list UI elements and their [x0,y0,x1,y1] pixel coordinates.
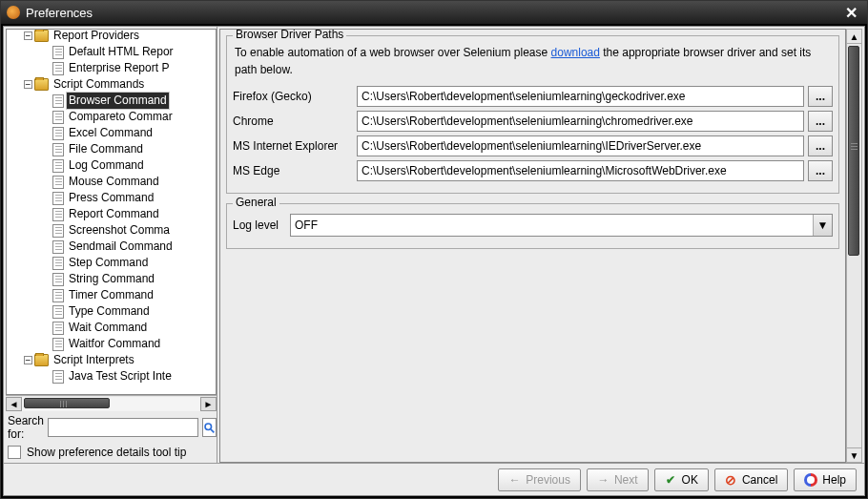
next-button[interactable]: Next [587,468,649,491]
tree-item[interactable]: String Command [9,271,216,287]
tree-item[interactable]: Excel Command [9,125,216,141]
tree-label: Wait Command [67,320,149,336]
tree-spacer [39,258,51,269]
tree-h-scrollbar[interactable]: ◄ ► [6,395,217,411]
file-icon [52,62,64,75]
file-icon [52,240,64,254]
tree-label: Script Commands [52,76,146,93]
content-area: −Report ProvidersDefault HTML ReporEnter… [3,26,865,496]
tree-label: String Command [67,271,156,287]
tree-item[interactable]: Java Test Script Inte [9,368,216,385]
tree-label: Log Command [67,157,146,174]
main-area: −Report ProvidersDefault HTML ReporEnter… [4,27,864,463]
scroll-thumb[interactable] [24,398,110,408]
tree-label: Timer Command [67,287,155,303]
tree-label: Report Command [67,206,161,222]
tooltip-checkbox-row: Show preference details tool tip [4,444,217,463]
tree-item[interactable]: Type Command [9,303,216,320]
help-button[interactable]: Help [794,468,857,491]
ok-button[interactable]: OK [654,468,709,491]
tree-spacer [39,225,51,237]
app-icon [7,6,20,19]
scroll-left-icon[interactable]: ◄ [6,397,22,411]
tree-spacer [39,63,51,74]
tree-label: Press Command [67,190,155,206]
browse-button[interactable]: ... [808,111,833,132]
file-icon [52,338,64,351]
search-button[interactable] [202,418,217,437]
tree-label: Browser Command [67,93,169,109]
driver-path-input[interactable] [357,111,804,132]
loglevel-select[interactable]: OFF ▼ [290,214,833,237]
chevron-down-icon: ▼ [813,215,832,236]
scroll-track[interactable] [847,44,861,447]
file-icon [52,257,64,270]
driver-path-input[interactable] [357,86,804,107]
driver-path-input[interactable] [357,160,804,181]
tree-item[interactable]: Report Command [9,206,216,222]
file-icon [52,322,64,335]
tree-spacer [39,47,51,58]
tree-item[interactable]: Mouse Command [9,174,216,190]
tree-item[interactable]: Screenshot Comma [9,222,216,239]
previous-button[interactable]: Previous [498,468,581,491]
scroll-up-icon[interactable]: ▲ [847,30,861,44]
scroll-right-icon[interactable]: ► [200,397,217,411]
tree-item[interactable]: Step Command [9,255,216,271]
tree-toggle-icon[interactable]: − [24,31,32,40]
browse-button[interactable]: ... [808,160,833,181]
scroll-thumb[interactable] [848,46,859,256]
tree-label: Sendmail Command [67,239,175,255]
tree-label: Step Command [67,255,150,271]
titlebar: Preferences ✕ [1,1,867,24]
tree-label: Java Test Script Inte [67,368,174,385]
tree-folder[interactable]: −Report Providers [9,29,216,44]
scroll-track[interactable] [22,397,200,411]
settings-v-scrollbar[interactable]: ▲ ▼ [846,29,862,463]
tree-item[interactable]: Compareto Commar [9,109,216,125]
search-input[interactable] [48,418,198,437]
tree-item[interactable]: Timer Command [9,287,216,303]
loglevel-row: Log level OFF ▼ [233,214,833,237]
driver-path-input[interactable] [357,135,804,156]
tree-item[interactable]: Press Command [9,190,216,206]
folder-icon [34,30,49,42]
file-icon [52,370,64,384]
driver-path-row: Chrome... [233,111,833,132]
arrow-right-icon [597,473,610,486]
tree-toggle-icon[interactable]: − [24,80,32,89]
tree-spacer [39,209,51,220]
driver-label: MS Internet Explorer [233,139,353,153]
close-icon[interactable]: ✕ [841,4,861,22]
tree-item[interactable]: Sendmail Command [9,239,216,255]
scroll-down-icon[interactable]: ▼ [847,447,861,462]
tree-item[interactable]: File Command [9,141,216,157]
tree-item[interactable]: Log Command [9,157,216,174]
tooltip-checkbox[interactable] [8,446,21,459]
tree-spacer [39,128,51,139]
tree-item[interactable]: Enterprise Report P [9,60,216,76]
tree-toggle-icon[interactable]: − [24,356,32,364]
download-link[interactable]: download [551,46,600,59]
driver-label: Chrome [233,114,353,128]
tree-folder[interactable]: −Script Commands [9,76,216,93]
tree-label: Script Interprets [52,352,136,368]
tree-item[interactable]: Wait Command [9,320,216,336]
tree-label: Compareto Commar [67,109,175,125]
tree-spacer [39,177,51,188]
group-title: Browser Driver Paths [233,29,346,41]
browse-button[interactable]: ... [808,135,833,156]
tree-label: Screenshot Comma [67,222,172,239]
tree-item[interactable]: Browser Command [9,93,216,109]
tree-item[interactable]: Default HTML Repor [9,44,216,60]
loglevel-label: Log level [233,218,286,232]
file-icon [52,111,64,124]
browse-button[interactable]: ... [808,86,833,107]
help-icon [804,473,817,487]
cancel-button[interactable]: Cancel [714,468,788,491]
tree-item[interactable]: Waitfor Command [9,336,216,352]
svg-line-1 [211,429,214,432]
tree-folder[interactable]: −Script Interprets [9,352,216,368]
browser-driver-paths-group: Browser Driver Paths To enable automatio… [226,35,839,194]
arrow-left-icon [508,473,521,486]
